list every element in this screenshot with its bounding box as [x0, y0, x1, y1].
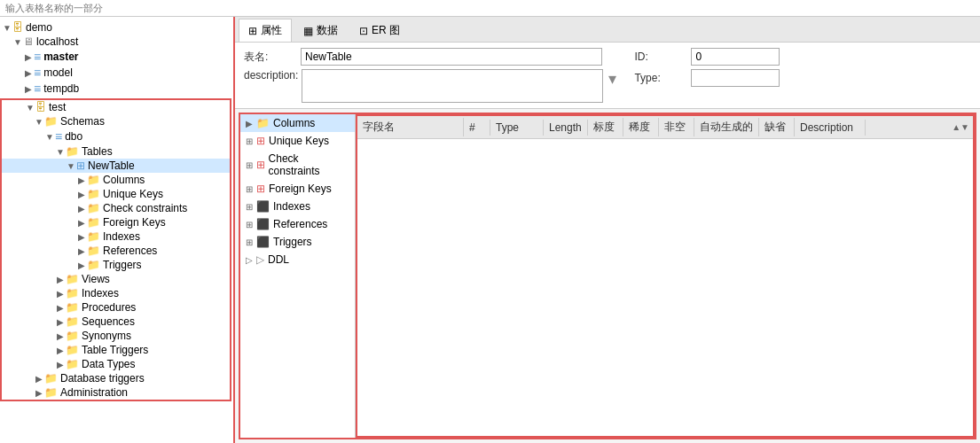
server-icon: 🖥 [23, 35, 34, 48]
schema-icon-model: ≡ [34, 66, 41, 80]
toggle-dbo[interactable]: ▼ [44, 132, 55, 142]
tab-data-label: 数据 [317, 23, 338, 38]
tree-item-columns[interactable]: ▶ 📁 Columns [2, 173, 230, 187]
toggle-datatypes[interactable]: ▶ [55, 360, 66, 369]
tree-item-triggers[interactable]: ▶ 📁 Triggers [2, 258, 230, 272]
content-tree-item-triggers[interactable]: ⊞ ⬛ Triggers [240, 233, 355, 251]
content-toggle-ddl: ▷ [246, 255, 255, 265]
tree-item-tempdb[interactable]: ▶ ≡ tempdb [0, 81, 233, 97]
toggle-uniquekeys[interactable]: ▶ [76, 190, 87, 199]
form-label-description: description: [244, 69, 298, 82]
tree-label-administration: Administration [60, 386, 128, 399]
toggle-demo[interactable]: ▼ [2, 23, 12, 33]
col-header-biaodu: 标度 [588, 118, 623, 136]
content-tree-item-references[interactable]: ⊞ ⬛ References [240, 215, 355, 233]
content-tree-item-foreignkeys[interactable]: ⊞ ⊞ Foreign Keys [240, 180, 355, 198]
folder-icon-checkconstraints: 📁 [87, 202, 100, 214]
content-tree-item-indexes[interactable]: ⊞ ⬛ Indexes [240, 198, 355, 215]
content-icon-foreignkeys: ⊞ [256, 183, 265, 195]
tree-item-foreignkeys[interactable]: ▶ 📁 Foreign Keys [2, 215, 230, 229]
toggle-tables[interactable]: ▼ [55, 147, 66, 157]
content-tree-item-checkconstraints[interactable]: ⊞ ⊞ Check constraints [240, 150, 355, 180]
tree-item-checkconstraints[interactable]: ▶ 📁 Check constraints [2, 201, 230, 215]
toggle-test[interactable]: ▼ [25, 103, 35, 113]
content-area: ▶ 📁 Columns ⊞ ⊞ Unique Keys ⊞ ⊞ Check co… [239, 113, 976, 439]
toggle-foreignkeys[interactable]: ▶ [76, 218, 87, 228]
tree-item-uniquekeys[interactable]: ▶ 📁 Unique Keys [2, 187, 230, 201]
content-toggle-checkconstraints: ⊞ [246, 160, 255, 170]
schema-icon-tempdb: ≡ [34, 82, 41, 96]
tree-item-model[interactable]: ▶ ≡ model [0, 65, 233, 81]
tab-er[interactable]: ⊡ ER 图 [349, 19, 410, 42]
content-toggle-indexes: ⊞ [246, 202, 255, 212]
form-label-type: Type: [634, 72, 687, 84]
tree-item-localhost[interactable]: ▼ 🖥 localhost [0, 35, 233, 49]
folder-icon-administration: 📁 [44, 386, 58, 399]
toggle-procedures[interactable]: ▶ [55, 303, 66, 313]
tree-label-newtable: NewTable [88, 159, 135, 172]
toggle-checkconstraints[interactable]: ▶ [76, 204, 87, 214]
textarea-scroll-down[interactable]: ▾ [608, 69, 616, 89]
tab-properties[interactable]: ⊞ 属性 [239, 19, 292, 42]
toggle-administration[interactable]: ▶ [34, 388, 44, 398]
toggle-model[interactable]: ▶ [23, 68, 34, 78]
tree-item-tables[interactable]: ▼ 📁 Tables [2, 144, 230, 159]
tree-item-procedures[interactable]: ▶ 📁 Procedures [2, 300, 230, 315]
form-textarea-description[interactable] [302, 69, 603, 103]
toggle-tabletriggers[interactable]: ▶ [55, 346, 66, 355]
content-icon-references: ⬛ [256, 218, 270, 230]
toggle-databasetriggers[interactable]: ▶ [34, 374, 44, 384]
toggle-synonyms[interactable]: ▶ [55, 331, 66, 341]
form-input-id[interactable] [691, 48, 780, 66]
toggle-tempdb[interactable]: ▶ [23, 84, 34, 94]
toggle-indexes-sub[interactable]: ▶ [76, 232, 87, 242]
tree-item-views[interactable]: ▶ 📁 Views [2, 272, 230, 286]
tree-item-indexes[interactable]: ▶ 📁 Indexes [2, 286, 230, 300]
tree-item-master[interactable]: ▶ ≡ master [0, 49, 233, 65]
tree-item-test[interactable]: ▼ 🗄 test [2, 100, 230, 114]
tree-item-dbo[interactable]: ▼ ≡ dbo [2, 128, 230, 144]
content-toggle-triggers: ⊞ [246, 237, 255, 247]
form-input-tablename[interactable] [301, 48, 602, 66]
tree-item-datatypes[interactable]: ▶ 📁 Data Types [2, 357, 230, 371]
content-icon-checkconstraints: ⊞ [256, 159, 265, 171]
tree-item-tabletriggers[interactable]: ▶ 📁 Table Triggers [2, 343, 230, 357]
tree-label-references: References [103, 245, 157, 257]
toggle-master[interactable]: ▶ [23, 52, 34, 62]
tab-data[interactable]: ▦ 数据 [294, 19, 348, 42]
tree-item-synonyms[interactable]: ▶ 📁 Synonyms [2, 329, 230, 343]
content-label-triggers: Triggers [273, 236, 312, 248]
folder-icon-triggers: 📁 [87, 259, 100, 271]
folder-icon-references: 📁 [87, 245, 100, 257]
left-tree-panel: ▼ 🗄 demo ▼ 🖥 localhost ▶ ≡ master ▶ ≡ mo… [0, 17, 235, 443]
tree-item-sequences[interactable]: ▶ 📁 Sequences [2, 315, 230, 329]
toggle-triggers[interactable]: ▶ [76, 260, 87, 270]
tree-label-sequences: Sequences [82, 315, 135, 328]
content-tree-item-ddl[interactable]: ▷ ▷ DDL [240, 251, 355, 268]
search-input[interactable] [5, 3, 975, 13]
tree-item-administration[interactable]: ▶ 📁 Administration [2, 385, 230, 400]
toggle-sequences[interactable]: ▶ [55, 317, 66, 327]
tree-item-schemas[interactable]: ▼ 📁 Schemas [2, 114, 230, 128]
sort-icons[interactable]: ▲▼ [952, 122, 973, 132]
form-input-type[interactable] [691, 69, 780, 87]
toggle-indexes[interactable]: ▶ [55, 289, 66, 299]
form-row-tablename: 表名: [244, 48, 616, 66]
content-label-ddl: DDL [268, 253, 289, 266]
toggle-references[interactable]: ▶ [76, 246, 87, 256]
tree-item-databasetriggers[interactable]: ▶ 📁 Database triggers [2, 371, 230, 385]
toggle-views[interactable]: ▶ [55, 275, 66, 284]
content-icon-indexes: ⬛ [256, 200, 270, 213]
tree-item-newtable[interactable]: ▼ ⊞ NewTable [2, 159, 230, 173]
tab-properties-label: 属性 [261, 23, 282, 38]
tree-label-triggers: Triggers [103, 259, 142, 271]
tree-item-references[interactable]: ▶ 📁 References [2, 244, 230, 258]
toggle-newtable[interactable]: ▼ [66, 161, 76, 171]
tree-item-demo[interactable]: ▼ 🗄 demo [0, 20, 233, 35]
content-tree-item-uniquekeys[interactable]: ⊞ ⊞ Unique Keys [240, 132, 355, 150]
tree-item-indexes-sub[interactable]: ▶ 📁 Indexes [2, 229, 230, 244]
toggle-localhost[interactable]: ▼ [12, 37, 23, 47]
content-tree-item-columns[interactable]: ▶ 📁 Columns [240, 114, 355, 132]
toggle-schemas[interactable]: ▼ [34, 117, 44, 127]
toggle-columns[interactable]: ▶ [76, 175, 87, 185]
